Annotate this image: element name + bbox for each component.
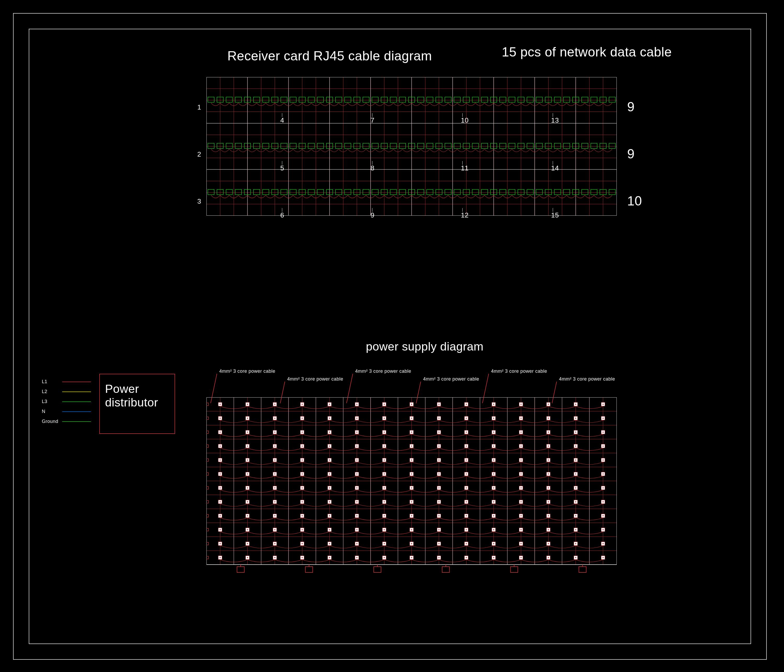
svg-rect-164 — [336, 190, 342, 195]
legend-line — [62, 392, 91, 392]
svg-rect-63 — [235, 97, 241, 102]
rx-mid-num: 13 — [551, 116, 559, 124]
svg-rect-137 — [500, 143, 506, 148]
svg-rect-591 — [548, 543, 549, 544]
rx-row-label-3: 3 — [191, 198, 201, 205]
svg-rect-376 — [575, 446, 576, 447]
svg-rect-108 — [235, 143, 241, 148]
svg-rect-317 — [207, 417, 208, 420]
legend-label: L1 — [42, 379, 60, 384]
svg-rect-141 — [536, 143, 542, 148]
svg-rect-155 — [254, 190, 260, 195]
svg-rect-192 — [591, 190, 597, 195]
rx-right-label-3: 10 — [627, 193, 642, 208]
svg-rect-316 — [603, 418, 604, 419]
svg-rect-71 — [308, 97, 314, 102]
svg-rect-426 — [411, 473, 412, 474]
pd-label-1: Power — [105, 382, 139, 395]
svg-rect-62 — [226, 97, 232, 102]
svg-rect-265 — [329, 404, 330, 405]
svg-rect-267 — [356, 404, 358, 405]
svg-rect-150 — [208, 190, 214, 195]
svg-rect-140 — [527, 143, 533, 148]
svg-rect-422 — [356, 473, 358, 474]
svg-rect-65 — [254, 97, 260, 102]
svg-rect-484 — [356, 501, 358, 502]
svg-rect-401 — [493, 459, 494, 460]
svg-rect-397 — [439, 459, 440, 460]
svg-rect-310 — [521, 418, 522, 419]
svg-rect-410 — [207, 459, 208, 461]
cable-label: 4mm² 3 core power cable — [559, 376, 615, 382]
svg-rect-581 — [411, 543, 412, 544]
svg-rect-364 — [411, 446, 412, 447]
svg-rect-478 — [274, 501, 275, 502]
title-power: power supply diagram — [366, 340, 484, 353]
cable-label: 4mm² 3 core power cable — [423, 376, 479, 382]
svg-rect-84 — [427, 97, 433, 102]
svg-rect-579 — [384, 543, 385, 544]
svg-rect-567 — [219, 543, 221, 544]
svg-rect-585 — [466, 543, 467, 544]
svg-rect-147 — [591, 143, 597, 148]
svg-rect-379 — [207, 445, 208, 448]
svg-rect-378 — [603, 446, 604, 447]
svg-rect-387 — [302, 459, 303, 460]
svg-rect-616 — [466, 557, 467, 558]
svg-rect-347 — [603, 431, 604, 432]
svg-rect-509 — [274, 515, 275, 516]
svg-rect-92 — [500, 97, 506, 102]
svg-rect-374 — [548, 446, 549, 447]
svg-rect-602 — [274, 557, 275, 558]
svg-rect-68 — [281, 97, 287, 102]
svg-rect-72 — [317, 97, 324, 102]
svg-rect-438 — [575, 473, 576, 474]
svg-rect-405 — [548, 459, 549, 460]
legend-line — [62, 411, 91, 412]
pd-label-2: distributor — [105, 396, 158, 409]
svg-rect-167 — [363, 190, 369, 195]
svg-rect-418 — [302, 473, 303, 474]
svg-rect-471 — [603, 487, 604, 488]
svg-rect-383 — [247, 459, 248, 460]
rx-mid-num: 4 — [280, 116, 284, 124]
svg-rect-188 — [554, 190, 560, 195]
title-receiver: Receiver card RJ45 cable diagram — [227, 48, 432, 64]
svg-rect-575 — [329, 543, 330, 544]
svg-rect-99 — [563, 97, 570, 102]
svg-rect-296 — [329, 418, 330, 419]
svg-rect-269 — [384, 404, 385, 405]
svg-rect-564 — [603, 529, 604, 530]
svg-rect-335 — [439, 431, 440, 432]
svg-rect-312 — [548, 418, 549, 419]
svg-rect-511 — [302, 515, 303, 516]
svg-rect-500 — [575, 501, 576, 502]
svg-rect-515 — [356, 515, 358, 516]
svg-rect-134 — [472, 143, 479, 148]
svg-rect-403 — [521, 459, 522, 460]
svg-rect-343 — [548, 431, 549, 432]
svg-rect-273 — [439, 404, 440, 405]
svg-rect-194 — [609, 190, 615, 195]
svg-rect-129 — [427, 143, 433, 148]
rx-row-label-1: 1 — [191, 103, 201, 111]
svg-rect-162 — [317, 190, 324, 195]
svg-rect-498 — [548, 501, 549, 502]
svg-rect-277 — [493, 404, 494, 405]
svg-rect-191 — [582, 190, 588, 195]
svg-rect-412 — [219, 473, 221, 474]
svg-rect-554 — [466, 529, 467, 530]
rx-mid-num: 14 — [551, 164, 559, 172]
svg-rect-626 — [603, 557, 604, 558]
svg-rect-517 — [384, 515, 385, 516]
svg-rect-469 — [575, 487, 576, 488]
svg-rect-86 — [445, 97, 451, 102]
svg-rect-638 — [579, 567, 586, 572]
svg-rect-440 — [603, 473, 604, 474]
svg-rect-66 — [263, 97, 269, 102]
rx-mid-num: 11 — [461, 164, 468, 172]
svg-rect-331 — [384, 431, 385, 432]
svg-rect-381 — [219, 459, 221, 460]
svg-rect-143 — [554, 143, 560, 148]
rx-mid-num: 8 — [370, 164, 375, 172]
